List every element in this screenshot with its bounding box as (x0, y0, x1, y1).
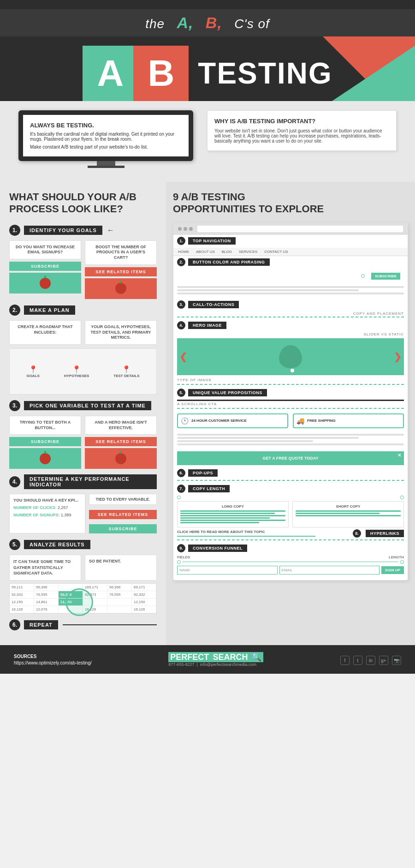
opp7-item: 7. COPY LENGTH (173, 483, 408, 495)
footer-social: f t in g+ 📷 (340, 656, 401, 665)
repeat-line (63, 624, 157, 625)
step5-right: SO BE PATIENT. (85, 555, 157, 581)
step2-header: 2. MAKE A PLAN (9, 305, 157, 316)
opp2-item: 2. BUTTON COLOR AND PHRASING (173, 256, 408, 268)
copy-length-section: LONG COPY SHORT COPY (177, 501, 404, 527)
opp9-number: 9. (177, 544, 185, 552)
truck-icon: 🚚 (296, 417, 304, 425)
signup-button[interactable]: SIGN UP (381, 566, 404, 574)
teal-triangle-deco (332, 46, 415, 101)
step3-right-text: AND A HERO IMAGE ISN'T EFFECTIVE. (85, 416, 157, 435)
cell-3-5 (107, 599, 132, 605)
customer-service-box: 🕐 24 HOUR CUSTOMER SERVICE (177, 413, 288, 428)
browser-dot-1 (178, 227, 182, 231)
kpi-clicks-label: NUMBER OF CLICKS: (13, 505, 58, 510)
content-line-6 (177, 440, 313, 442)
data-table-container: 59,111 56,396 169,171 56,396 69,171 92,3… (9, 583, 157, 614)
opp8-inline: 8. HYPERLINKS (353, 529, 404, 538)
copy-dot-1 (177, 496, 181, 499)
step2-title: MAKE A PLAN (24, 305, 75, 315)
step1-title: IDENTIFY YOUR GOALS (24, 226, 102, 235)
scrolling-cta-label: A SCROLLING CTA (173, 401, 408, 407)
cell-4-2: 12,076 (34, 606, 59, 613)
browser-url-bar[interactable] (197, 226, 403, 232)
content-lines-1 (173, 283, 408, 299)
step5-left: IT CAN TAKE SOME TIME TO GATHER STATISTI… (9, 555, 81, 581)
funnel-dots-row (173, 560, 408, 564)
dashed-line-3 (177, 408, 404, 409)
copy-dots-row (173, 496, 408, 499)
nav-services[interactable]: SERVICES (239, 250, 257, 254)
step1-see-related-btn[interactable]: SEE RELATED ITEMS (85, 267, 157, 276)
copy-placement-label: COPY AND PLACEMENT (173, 311, 408, 316)
always-sub: Make constant A/B testing part of your w… (30, 144, 182, 150)
sources-url: https://www.optimizely.com/ab-testing/ (14, 660, 92, 665)
main-content: WHAT SHOULD YOUR A/B PROCESS LOOK LIKE? … (0, 182, 415, 645)
step2-block: 2. MAKE A PLAN CREATE A ROADMAP THAT INC… (9, 305, 157, 395)
read-more-underline (177, 536, 315, 537)
form-section: NAME EMAIL SIGN UP (177, 566, 404, 575)
cell-1-5: 56,396 (107, 584, 132, 591)
step1-subscribe-btn[interactable]: SUBSCRIBE (9, 262, 81, 271)
popup-close-btn[interactable]: ✕ (397, 453, 401, 458)
nav-home[interactable]: HOME (178, 250, 189, 254)
type-of-image-label: TYPE OF IMAGE (173, 377, 408, 383)
social-twitter[interactable]: t (353, 656, 362, 665)
short-copy-lines (296, 510, 401, 516)
big-a-letter: A (83, 46, 138, 101)
nav-blog[interactable]: BLOG (222, 250, 232, 254)
funnel-dot-2 (400, 560, 404, 564)
opp1-label: TOP NAVIGATION (188, 237, 236, 245)
step5-cards: IT CAN TAKE SOME TIME TO GATHER STATISTI… (9, 555, 157, 581)
step1-block: 1. IDENTIFY YOUR GOALS ← DO YOU WANT TO … (9, 225, 157, 299)
social-instagram[interactable]: 📷 (392, 656, 401, 665)
sl2 (296, 513, 379, 514)
nav-contact[interactable]: CONTACT US (264, 250, 288, 254)
hero-arrow-right[interactable]: ❯ (394, 351, 402, 362)
fields-label: FIELDS (177, 555, 190, 559)
social-facebook[interactable]: f (340, 656, 350, 665)
step4-subscribe-btn[interactable]: SUBSCRIBE (89, 524, 157, 533)
content-line-5 (177, 437, 359, 439)
email-field[interactable]: EMAIL (279, 566, 380, 575)
hero-area: ❮ ❯ (177, 338, 404, 375)
step5-block: 5. ANALYZE RESULTS IT CAN TAKE SOME TIME… (9, 539, 157, 614)
hero-arrow-left[interactable]: ❮ (179, 351, 187, 362)
step3-see-related-btn[interactable]: SEE RELATED ITEMS (85, 437, 157, 446)
step5-title: ANALYZE RESULTS (24, 540, 90, 549)
always-title: ALWAYS BE TESTING. (30, 122, 182, 129)
name-field[interactable]: NAME (177, 566, 278, 575)
opp5-number: 5. (177, 389, 185, 397)
footer-logo: PERFECTsearch🔍 (168, 652, 263, 662)
cell-2-5: 76,595 (107, 591, 132, 598)
opp3-number: 3. (177, 300, 185, 309)
social-google[interactable]: g+ (379, 656, 388, 665)
length-label: LENGTH (389, 555, 404, 559)
subscribe-button[interactable]: SUBSCRIBE (371, 273, 400, 280)
kpi-signups-val: 1,389 (61, 513, 71, 517)
content-line-3 (177, 293, 404, 294)
step3-cards: TRYING TO TEST BOTH A BUTTON... SUBSCRIB… (9, 416, 157, 469)
opp3-label: CALL-TO-ACTIONS (188, 301, 239, 308)
footer-email: info@perfectsearchmedia.com (200, 662, 256, 667)
browser-dot-3 (189, 227, 193, 231)
opp6-label: POP-UPS (188, 469, 218, 477)
step1-red-image (85, 278, 157, 299)
opp1-number: 1. (177, 237, 185, 245)
nav-about[interactable]: ABOUT US (196, 250, 215, 254)
cell-3-1: 12,150 (10, 599, 34, 605)
header: the A, B, C's of A B TESTING (0, 0, 415, 101)
logo-main: PERFECT (168, 652, 211, 662)
step4-see-related-btn[interactable]: SEE RELATED ITEMS (89, 510, 157, 519)
step4-header: 4. DETERMINE A KEY PERFORMANCE INDICATOR (9, 474, 157, 489)
cell-4-1: 16,126 (10, 606, 34, 613)
step1-left-card: DO YOU WANT TO INCREASE EMAIL SIGNUPS? S… (9, 240, 81, 299)
social-linkedin[interactable]: in (366, 656, 375, 665)
step3-subscribe-btn[interactable]: SUBSCRIBE (9, 437, 81, 446)
testing-text: TESTING (198, 56, 332, 90)
opp2-label: BUTTON COLOR AND PHRASING (188, 258, 270, 266)
step1-right-card: BOOST THE NUMBER OF PRODUCTS IN A USER'S… (85, 240, 157, 299)
ll5 (180, 520, 285, 521)
step3-header: 3. PICK ONE VARIABLE TO TEST AT A TIME (9, 400, 157, 411)
content-line-7 (177, 443, 404, 445)
